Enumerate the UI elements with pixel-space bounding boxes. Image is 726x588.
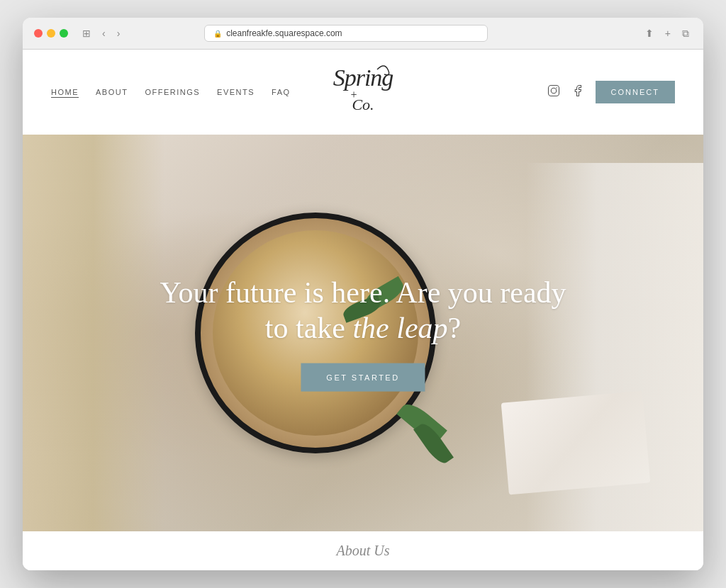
address-bar[interactable]: 🔒 cleanfreakfe.squarespace.com	[204, 25, 488, 42]
nav-right: CONNeCT	[547, 81, 675, 103]
close-button[interactable]	[34, 29, 43, 38]
nav: HOME ABOUT OFFERINGS EVENTS FAQ Spring +…	[23, 50, 703, 135]
share-button[interactable]: ⬆	[642, 26, 657, 40]
back-button[interactable]: ‹	[99, 26, 108, 40]
svg-point-4	[551, 88, 557, 94]
nav-events[interactable]: EVENTS	[217, 88, 255, 96]
forward-button[interactable]: ›	[114, 26, 123, 40]
facebook-icon[interactable]	[571, 84, 584, 100]
new-tab-button[interactable]: +	[662, 26, 674, 40]
svg-text:Co.: Co.	[352, 96, 374, 113]
lock-icon: 🔒	[213, 30, 222, 38]
hero-section: Your future is here. Are you ready to ta…	[23, 135, 703, 531]
nav-home[interactable]: HOME	[51, 88, 79, 96]
hero-headline-line1: Your future is here. Are you ready	[160, 275, 566, 310]
browser-chrome: ⊞ ‹ › 🔒 cleanfreakfe.squarespace.com ⬆ +…	[23, 18, 703, 50]
nav-offerings[interactable]: OFFERINGS	[145, 88, 200, 96]
instagram-icon[interactable]	[547, 84, 560, 100]
url-text: cleanfreakfe.squarespace.com	[226, 28, 342, 38]
website: HOME ABOUT OFFERINGS EVENTS FAQ Spring +…	[23, 50, 703, 570]
browser-controls: ⊞ ‹ ›	[79, 26, 123, 40]
get-started-button[interactable]: GET STARTED	[301, 363, 425, 391]
nav-left: HOME ABOUT OFFERINGS EVENTS FAQ	[51, 88, 291, 96]
svg-text:Spring: Spring	[333, 64, 393, 91]
nav-about[interactable]: ABOUT	[96, 88, 128, 96]
browser-actions: ⬆ + ⧉	[642, 26, 692, 41]
svg-point-5	[556, 87, 557, 89]
nav-faq[interactable]: FAQ	[272, 88, 291, 96]
logo-svg: Spring + Co.	[317, 59, 409, 123]
browser-window: ⊞ ‹ › 🔒 cleanfreakfe.squarespace.com ⬆ +…	[23, 18, 703, 570]
traffic-lights	[34, 29, 68, 38]
tabs-button[interactable]: ⧉	[679, 26, 692, 41]
hero-headline-line2: to take the leap?	[160, 310, 566, 346]
sidebar-toggle-button[interactable]: ⊞	[79, 26, 94, 40]
hero-headline: Your future is here. Are you ready to ta…	[160, 275, 566, 346]
svg-rect-3	[548, 86, 559, 96]
logo[interactable]: Spring + Co.	[317, 59, 409, 125]
hero-line2-end: ?	[448, 312, 462, 344]
about-peek-label: About Us	[337, 543, 390, 558]
about-peek: About Us	[23, 531, 703, 570]
hero-line2-normal: to take	[265, 312, 353, 344]
maximize-button[interactable]	[60, 29, 68, 38]
hero-line2-italic: the leap	[352, 312, 447, 344]
fabric-decoration	[23, 135, 164, 531]
minimize-button[interactable]	[47, 29, 55, 38]
marble-board	[501, 391, 651, 495]
hero-content: Your future is here. Are you ready to ta…	[160, 275, 566, 392]
connect-button[interactable]: CONNeCT	[596, 81, 675, 103]
